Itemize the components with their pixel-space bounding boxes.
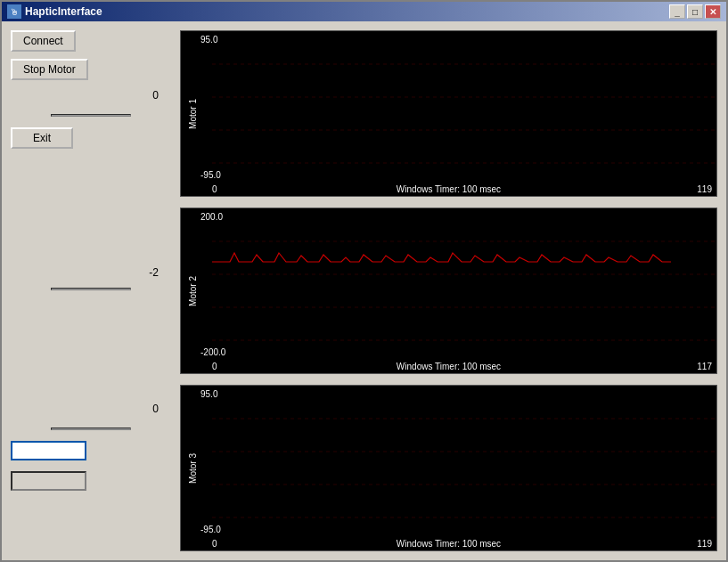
connect-button[interactable]: Connect [11, 30, 76, 52]
motor2-chart-svg [181, 208, 716, 373]
motor2-waveform [212, 253, 671, 262]
minimize-button[interactable]: _ [669, 4, 685, 19]
motor2-slider[interactable] [51, 288, 131, 290]
main-window: 🖱 HapticInterface _ □ ✕ Connect Stop Mot… [0, 0, 728, 562]
title-bar-controls: _ □ ✕ [669, 4, 721, 19]
motor3-chart-svg [181, 386, 716, 550]
motor1-slider[interactable] [51, 114, 131, 117]
motor3-value: 0 [73, 401, 162, 417]
left-mid-section: -2 [11, 265, 171, 294]
title-bar-left: 🖱 HapticInterface [7, 4, 102, 19]
window-content: Connect Stop Motor 0 Exit -2 0 [2, 21, 726, 560]
motor-text-input[interactable] [11, 441, 86, 460]
motor1-chart: 95.0 -95.0 Motor 1 0 Windows Timer: 100 … [180, 30, 717, 197]
motor2-value: -2 [73, 265, 162, 281]
app-icon: 🖱 [7, 4, 21, 19]
motor1-value: 0 [73, 87, 162, 103]
left-bottom-section: 0 [11, 401, 171, 491]
window-title: HapticInterface [25, 5, 102, 18]
motor2-chart: 200.0 -200.0 Motor 2 0 Windows Timer: 10… [180, 208, 717, 374]
maximize-button[interactable]: □ [687, 4, 703, 19]
title-bar: 🖱 HapticInterface _ □ ✕ [2, 2, 726, 21]
close-button[interactable]: ✕ [705, 4, 721, 19]
motor1-chart-svg [181, 31, 716, 196]
exit-button[interactable]: Exit [11, 127, 73, 149]
left-panel: Connect Stop Motor 0 Exit -2 0 [11, 30, 171, 551]
motor3-slider[interactable] [51, 428, 131, 430]
stop-motor-button[interactable]: Stop Motor [11, 59, 88, 80]
left-top-section: Connect Stop Motor 0 Exit [11, 30, 171, 158]
right-panel: 95.0 -95.0 Motor 1 0 Windows Timer: 100 … [180, 30, 717, 551]
motor3-chart: 95.0 -95.0 Motor 3 0 Windows Timer: 100 … [180, 385, 717, 551]
